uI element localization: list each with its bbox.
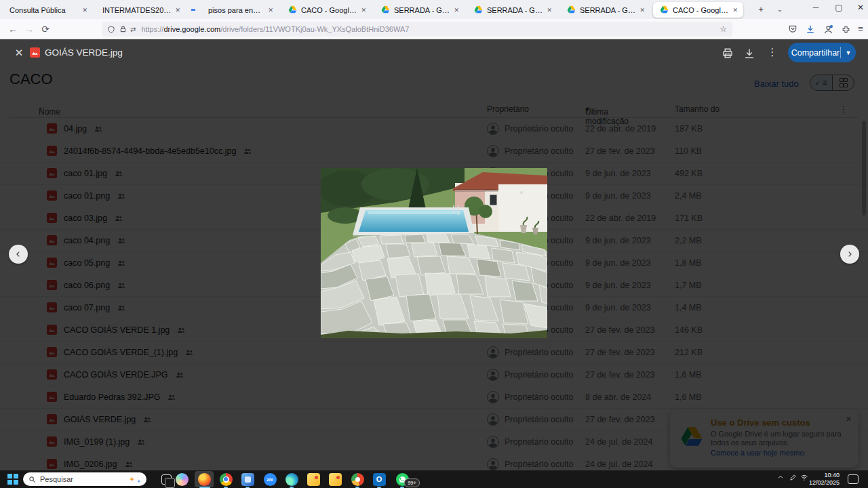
task-view-button[interactable]: [159, 472, 174, 487]
notifications-icon[interactable]: [848, 474, 859, 484]
browser-tab[interactable]: pisos para envolta da piscina ✕: [189, 2, 279, 18]
taskbar-copilot-icon[interactable]: [174, 472, 189, 487]
drive-page: CACO Baixar tudo ✓≡ Nome ↑ Proprietário …: [0, 39, 868, 470]
bookmark-star-icon[interactable]: ☆: [719, 24, 727, 34]
lock-icon[interactable]: [119, 25, 127, 33]
tab-title: SERRADA - Google Drive: [487, 6, 542, 14]
tab-close-icon[interactable]: ✕: [731, 5, 739, 15]
extensions-icon[interactable]: [838, 22, 853, 37]
search-icon: [28, 476, 36, 483]
preview-image[interactable]: [321, 168, 547, 338]
browser-tab[interactable]: INTERMATDES202415369A.pdf ✕: [96, 2, 186, 18]
permissions-icon[interactable]: ⇄: [130, 26, 136, 33]
browser-tab[interactable]: CACO - Google Drive ✕: [281, 2, 372, 18]
forward-button[interactable]: →: [22, 22, 37, 37]
list-tabs-button[interactable]: ⌄: [773, 3, 787, 17]
tab-favicon: [288, 5, 297, 14]
reload-button[interactable]: ⟳: [38, 22, 53, 37]
taskbar-outlook-icon[interactable]: O: [372, 472, 387, 487]
tab-title: Consulta Pública: [9, 6, 78, 14]
window-maximize-button[interactable]: ▢: [831, 3, 846, 12]
screen: Consulta Pública ✕ INTERMATDES202415369A…: [0, 0, 868, 488]
preview-file-icon: [30, 47, 40, 58]
preview-filename: GOIÁS VERDE.jpg: [45, 47, 123, 58]
tab-close-icon[interactable]: ✕: [452, 5, 460, 15]
browser-toolbar: ← → ⟳ ⇄ https://drive.google.com/drive/f…: [0, 19, 868, 39]
window-close-button[interactable]: ✕: [853, 3, 868, 12]
print-icon[interactable]: [720, 46, 735, 61]
taskbar-app-blue-icon[interactable]: [240, 472, 255, 487]
windows-taskbar: Pesquisar ✦✦ zm: [0, 470, 868, 488]
browser-tab[interactable]: SERRADA - Google Drive ✕: [374, 2, 465, 18]
taskbar-search[interactable]: Pesquisar ✦✦: [23, 472, 146, 486]
taskbar-clock[interactable]: 10:40 12/02/2025: [808, 472, 840, 487]
tab-close-icon[interactable]: ✕: [174, 5, 182, 15]
clock-date: 12/02/2025: [808, 479, 840, 487]
browser-tab[interactable]: SERRADA - Google Drive ✕: [467, 2, 557, 18]
tab-favicon: [567, 5, 576, 14]
search-label: Pesquisar: [40, 475, 125, 483]
window-minimize-button[interactable]: ─: [808, 3, 823, 12]
new-tab-button[interactable]: +: [754, 3, 768, 17]
tab-title: SERRADA - Google Drive: [580, 6, 635, 14]
pocket-icon[interactable]: [785, 22, 800, 37]
tab-favicon: [195, 5, 204, 14]
tab-close-icon[interactable]: ✕: [359, 5, 368, 15]
account-icon[interactable]: [821, 22, 835, 37]
download-icon[interactable]: [742, 46, 757, 61]
start-button[interactable]: [5, 472, 20, 487]
tab-favicon: [474, 5, 483, 14]
share-button[interactable]: Compartilhar ▼: [788, 43, 856, 62]
more-options-icon[interactable]: ⋮: [765, 46, 780, 61]
url-text: https://drive.google.com/drive/folders/1…: [141, 25, 715, 33]
preview-close-icon[interactable]: ✕: [11, 45, 27, 61]
taskbar-zoom-icon[interactable]: zm: [262, 472, 277, 487]
tab-title: pisos para envolta da piscina: [208, 6, 264, 14]
previous-file-button[interactable]: [9, 245, 28, 264]
taskbar-app-red-icon[interactable]: [350, 472, 365, 487]
tab-title: SERRADA - Google Drive: [394, 6, 450, 14]
downloads-icon[interactable]: [803, 22, 818, 37]
tab-favicon: [381, 5, 390, 14]
tab-title: CACO - Google Drive: [301, 6, 357, 14]
url-bar[interactable]: ⇄ https://drive.google.com/drive/folders…: [102, 22, 732, 37]
tab-title: INTERMATDES202415369A.pdf: [102, 6, 171, 14]
tab-favicon: [660, 5, 669, 14]
whatsapp-badge: 99+: [404, 479, 420, 487]
tab-close-icon[interactable]: ✕: [638, 5, 646, 15]
taskbar-chrome-icon[interactable]: [218, 472, 233, 487]
tab-bar: Consulta Pública ✕ INTERMATDES202415369A…: [0, 0, 868, 19]
shield-icon[interactable]: [107, 25, 115, 34]
tab-close-icon[interactable]: ✕: [545, 5, 553, 15]
browser-tab[interactable]: CACO - Google Drive ✕: [653, 2, 743, 18]
tray-expand-icon[interactable]: [777, 474, 784, 481]
share-caret-icon[interactable]: ▼: [841, 49, 856, 56]
tray-network-icon[interactable]: [800, 474, 808, 481]
tab-close-icon[interactable]: ✕: [267, 5, 275, 15]
browser-tab[interactable]: Consulta Pública ✕: [3, 2, 93, 18]
next-file-button[interactable]: [840, 245, 859, 264]
taskbar-app-yellow2-icon[interactable]: [328, 472, 342, 487]
copilot-sparkle-icon: ✦: [129, 475, 135, 484]
tab-close-icon[interactable]: ✕: [81, 5, 89, 15]
tray-pen-icon[interactable]: [789, 474, 797, 481]
clock-time: 10:40: [808, 472, 840, 479]
menu-icon[interactable]: ≡: [853, 22, 868, 37]
browser-tab[interactable]: SERRADA - Google Drive ✕: [560, 2, 650, 18]
taskbar-app-yellow1-icon[interactable]: [306, 472, 321, 487]
back-button[interactable]: ←: [5, 22, 20, 37]
taskbar-firefox-icon[interactable]: [197, 472, 212, 487]
tab-title: CACO - Google Drive: [673, 6, 728, 14]
taskbar-edge-icon[interactable]: [284, 472, 299, 487]
